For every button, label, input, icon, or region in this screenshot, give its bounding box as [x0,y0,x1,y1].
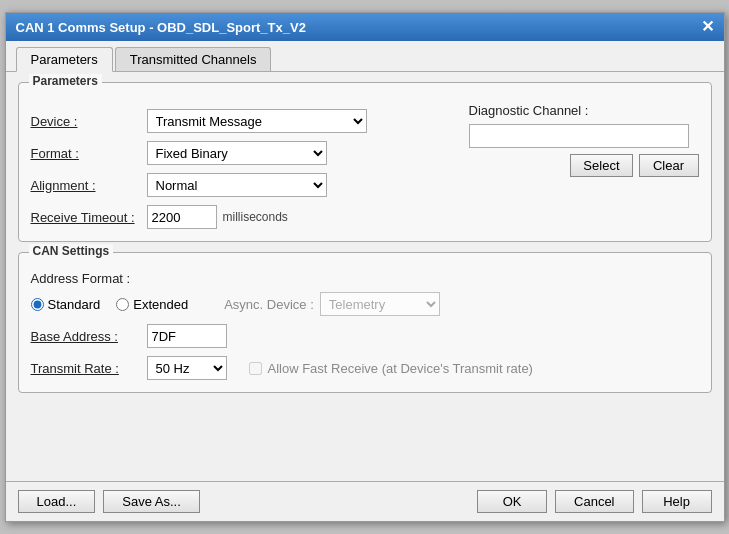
format-label: Format : [31,146,141,161]
cancel-button[interactable]: Cancel [555,490,633,513]
footer: Load... Save As... OK Cancel Help [6,481,724,521]
transmit-rate-select[interactable]: 50 Hz 100 Hz 25 Hz 10 Hz [147,356,227,380]
allow-fast-checkbox [249,362,262,375]
tab-parameters[interactable]: Parameters [16,47,113,72]
main-dialog: CAN 1 Comms Setup - OBD_SDL_Sport_Tx_V2 … [5,12,725,522]
save-as-button[interactable]: Save As... [103,490,200,513]
close-button[interactable]: ✕ [701,19,714,35]
tab-bar: Parameters Transmitted Channels [6,41,724,72]
timeout-label: Receive Timeout : [31,210,141,225]
transmit-rate-label: Transmit Rate : [31,361,141,376]
device-select[interactable]: Transmit Message Receive Message [147,109,367,133]
footer-right-buttons: OK Cancel Help [477,490,711,513]
alignment-select[interactable]: Normal Left Right [147,173,327,197]
load-button[interactable]: Load... [18,490,96,513]
footer-left-buttons: Load... Save As... [18,490,200,513]
milliseconds-label: milliseconds [223,210,288,224]
async-device-select: Telemetry [320,292,440,316]
diag-channel-input[interactable] [469,124,689,148]
select-button[interactable]: Select [570,154,632,177]
async-device-label: Async. Device : [224,297,314,312]
can-settings-group: CAN Settings Address Format : Standard E… [18,252,712,393]
device-label: Device : [31,114,141,129]
base-address-input[interactable]: 7DF [147,324,227,348]
help-button[interactable]: Help [642,490,712,513]
timeout-input[interactable]: 2200 [147,205,217,229]
extended-radio-label: Extended [133,297,188,312]
parameters-group: Parameters Device : Transmit Message Rec… [18,82,712,242]
base-address-row: Base Address : 7DF [31,324,699,348]
parameters-group-label: Parameters [29,74,102,88]
format-select[interactable]: Fixed Binary Normal ASCII [147,141,327,165]
title-bar: CAN 1 Comms Setup - OBD_SDL_Sport_Tx_V2 … [6,13,724,41]
standard-radio-label: Standard [48,297,101,312]
format-row: Format : Fixed Binary Normal ASCII [31,141,453,165]
params-left-col: Device : Transmit Message Receive Messag… [31,101,453,229]
clear-button[interactable]: Clear [639,154,699,177]
ok-button[interactable]: OK [477,490,547,513]
allow-fast-label: Allow Fast Receive (at Device's Transmit… [268,361,533,376]
diag-buttons: Select Clear [469,154,699,177]
allow-fast-row: Allow Fast Receive (at Device's Transmit… [249,361,533,376]
extended-radio-item: Extended [116,297,188,312]
content-area: Parameters Device : Transmit Message Rec… [6,72,724,481]
async-section: Async. Device : Telemetry [224,292,440,316]
transmit-rate-row: Transmit Rate : 50 Hz 100 Hz 25 Hz 10 Hz… [31,356,699,380]
diag-channel-label: Diagnostic Channel : [469,103,699,118]
address-type-row: Standard Extended Async. Device : Teleme… [31,292,699,316]
address-format-label: Address Format : [31,271,141,286]
can-settings-label: CAN Settings [29,244,114,258]
diag-col: Diagnostic Channel : Select Clear [469,103,699,229]
standard-radio-item: Standard [31,297,101,312]
device-row: Device : Transmit Message Receive Messag… [31,109,453,133]
tab-transmitted-channels[interactable]: Transmitted Channels [115,47,272,71]
timeout-row: Receive Timeout : 2200 milliseconds [31,205,453,229]
base-address-label: Base Address : [31,329,141,344]
window-title: CAN 1 Comms Setup - OBD_SDL_Sport_Tx_V2 [16,20,306,35]
extended-radio[interactable] [116,298,129,311]
standard-radio[interactable] [31,298,44,311]
alignment-row: Alignment : Normal Left Right [31,173,453,197]
address-format-row: Address Format : [31,271,699,286]
alignment-label: Alignment : [31,178,141,193]
